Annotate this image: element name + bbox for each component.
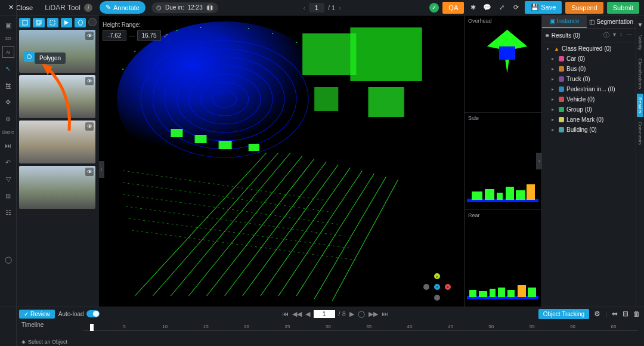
- frame-total: / 8: [339, 310, 346, 317]
- select-object-hint[interactable]: ◈ Select an Object: [21, 339, 67, 345]
- class-color-icon: [559, 76, 564, 82]
- qa-button[interactable]: QA: [442, 2, 464, 14]
- ruler-tick: 60: [570, 324, 575, 329]
- first-frame-icon[interactable]: ⏮: [282, 310, 289, 317]
- tree-node[interactable]: ▸▲Class Required (0): [542, 44, 636, 54]
- svg-rect-55: [485, 189, 494, 200]
- toggle-icon[interactable]: [86, 310, 100, 317]
- lidar-viewer[interactable]: ‹ Height Range: — ⤢: [99, 16, 464, 307]
- cursor-indicator-icon: [24, 51, 35, 62]
- sort-icon[interactable]: ↕: [620, 31, 623, 39]
- side-view[interactable]: Side: [465, 113, 541, 210]
- tree-node[interactable]: ▸Group (0): [542, 104, 636, 115]
- tab-instance[interactable]: ▣Instance: [542, 16, 587, 28]
- chevron-right-icon: ▸: [547, 46, 552, 51]
- object-tracking-button[interactable]: Object Tracking: [538, 309, 589, 319]
- frame-input[interactable]: [314, 310, 335, 318]
- tree-node[interactable]: ▸Pedestrian in... (0): [542, 84, 636, 94]
- resize-icon[interactable]: ⤢: [163, 32, 168, 39]
- info-icon[interactable]: i: [84, 4, 92, 12]
- eye-icon[interactable]: 👁: [85, 77, 94, 85]
- overhead-view[interactable]: Overhead: [465, 16, 541, 113]
- chat-icon[interactable]: 💬: [482, 2, 493, 13]
- expand-icon[interactable]: ⤢: [496, 2, 507, 13]
- more-icon[interactable]: ⋯: [626, 31, 632, 39]
- svg-point-8: [117, 21, 332, 177]
- suspend-button[interactable]: Suspend: [565, 2, 603, 14]
- segment-icon: ◫: [589, 18, 595, 25]
- play-icon[interactable]: ◯: [358, 310, 365, 318]
- eye-icon[interactable]: 👁: [85, 168, 94, 176]
- svg-point-21: [200, 27, 202, 28]
- draw-play-button[interactable]: [61, 18, 72, 27]
- prev-frame-icon[interactable]: ◀◀: [292, 310, 302, 318]
- next-frame-icon[interactable]: ▶▶: [369, 310, 378, 318]
- funnel-icon[interactable]: ▾: [613, 31, 616, 39]
- tree-node[interactable]: ▸Truck (0): [542, 74, 636, 84]
- eye-icon[interactable]: 👁: [85, 122, 94, 131]
- next-icon[interactable]: ▶: [349, 310, 354, 318]
- annotate-button[interactable]: ✎ Annotate: [100, 1, 145, 14]
- rear-view[interactable]: Rear: [465, 210, 541, 307]
- save-button[interactable]: 💾Save: [525, 1, 562, 14]
- trash-icon[interactable]: 🗑: [633, 310, 640, 318]
- timeline-ruler[interactable]: 5101520253035404550556065: [83, 324, 638, 333]
- snap-icon[interactable]: ⊟: [623, 310, 628, 318]
- chevron-right-icon: ▸: [552, 76, 556, 82]
- tool-name: LiDAR Tool: [45, 4, 80, 12]
- svg-rect-66: [518, 285, 526, 297]
- draw-polygon-button[interactable]: [75, 18, 86, 27]
- eye-icon[interactable]: 👁: [85, 32, 94, 40]
- rail-comments[interactable]: Comments: [637, 118, 643, 149]
- draw-cuboid-button[interactable]: [33, 18, 44, 27]
- chevron-left-icon[interactable]: ‹: [303, 4, 305, 11]
- height-max-input[interactable]: [137, 30, 161, 41]
- tree-node[interactable]: ▸Building (0): [542, 125, 636, 135]
- camera-thumb-4[interactable]: 👁: [19, 166, 95, 209]
- svg-rect-27: [368, 87, 404, 117]
- draw-rect-button[interactable]: [19, 18, 30, 27]
- svg-rect-63: [490, 289, 496, 297]
- ruler-tick: 50: [488, 324, 494, 329]
- rail-classifications[interactable]: Classifications: [637, 55, 643, 92]
- refresh-icon[interactable]: ⟳: [510, 2, 521, 13]
- axis-gizmo[interactable]: y z x: [423, 273, 451, 301]
- side-views: › Overhead Side Rear: [464, 16, 541, 307]
- results-panel: ▣Instance ◫Segmentation ≡ Results (0) ⓘ …: [541, 16, 636, 307]
- tab-segmentation[interactable]: ◫Segmentation: [587, 16, 636, 28]
- warning-icon: ▲: [554, 46, 559, 51]
- filter2-icon[interactable]: ▼: [637, 19, 643, 30]
- info2-icon[interactable]: ⓘ: [603, 31, 609, 39]
- tree-node[interactable]: ▸Car (0): [542, 54, 636, 64]
- svg-point-20: [176, 30, 177, 31]
- playhead[interactable]: [90, 324, 94, 331]
- svg-rect-64: [498, 288, 505, 297]
- close-label: Close: [16, 4, 33, 11]
- rail-results[interactable]: Results: [637, 94, 643, 117]
- prev-icon[interactable]: ◀: [305, 310, 310, 318]
- tree-node[interactable]: ▸Vehicle (0): [542, 94, 636, 104]
- timeline-tool1-icon[interactable]: ☰: [5, 83, 11, 91]
- draw-toggle-icon[interactable]: [88, 18, 97, 26]
- submit-button[interactable]: Submit: [607, 2, 639, 14]
- timeline-tool2-icon[interactable]: ◯: [5, 256, 12, 264]
- pause-icon[interactable]: ❚❚: [206, 4, 213, 11]
- autoload-toggle[interactable]: Auto-load: [58, 310, 100, 317]
- bug-icon[interactable]: ✱: [467, 2, 478, 13]
- tree-node[interactable]: ▸Bus (0): [542, 64, 636, 74]
- tree-node[interactable]: ▸Lane Mark (0): [542, 115, 636, 125]
- last-frame-icon[interactable]: ⏭: [382, 310, 388, 317]
- svg-rect-54: [472, 191, 482, 200]
- split-icon[interactable]: ⇔: [612, 310, 618, 318]
- draw-dashed-button[interactable]: [47, 18, 58, 27]
- chevron-right-icon[interactable]: ›: [339, 4, 341, 11]
- collapse-left-icon[interactable]: ‹: [99, 161, 104, 178]
- rail-validity[interactable]: Validity: [637, 32, 643, 54]
- ruler-tick: 30: [326, 324, 331, 329]
- svg-rect-25: [302, 33, 356, 75]
- gear-icon[interactable]: ⚙: [594, 310, 600, 318]
- review-button[interactable]: ✓Review: [19, 310, 55, 319]
- class-color-icon: [559, 97, 564, 102]
- height-min-input[interactable]: [103, 30, 126, 41]
- tree-node-label: Lane Mark (0): [566, 116, 603, 123]
